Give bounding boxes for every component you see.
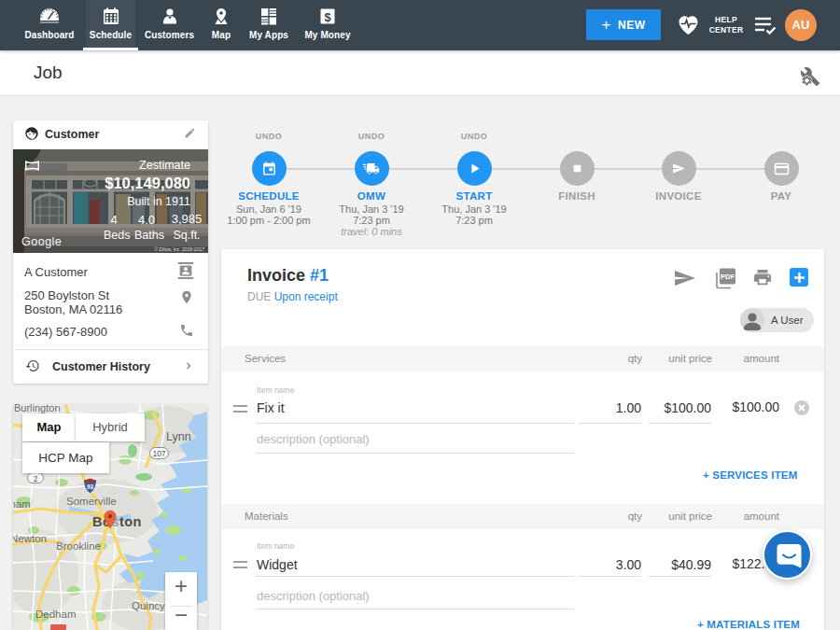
svg-text:PDF: PDF [721, 273, 735, 281]
svg-text:$: $ [324, 10, 331, 24]
svg-text:93: 93 [87, 483, 94, 490]
